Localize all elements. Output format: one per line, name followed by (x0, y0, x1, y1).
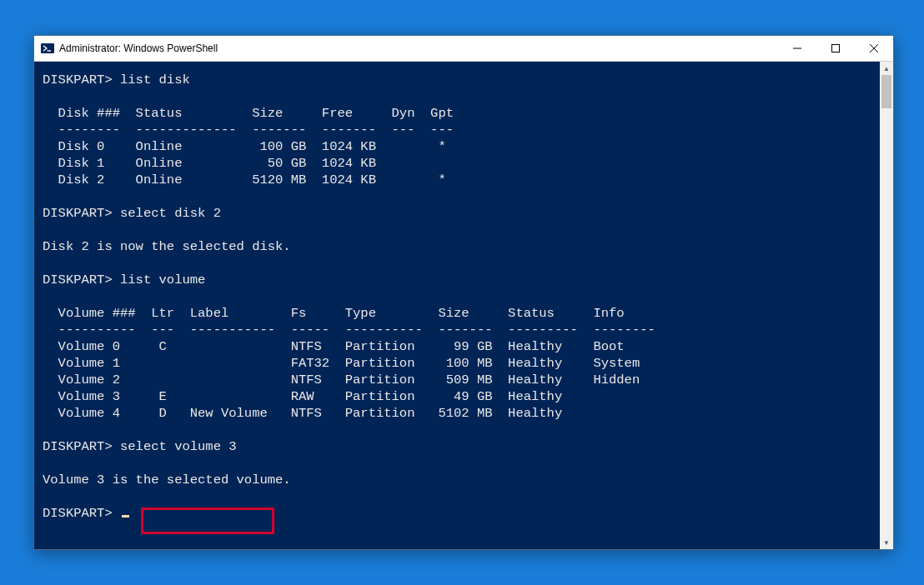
maximize-button[interactable] (816, 36, 855, 61)
titlebar: Administrator: Windows PowerShell (34, 36, 893, 62)
scrollbar[interactable]: ▲ ▼ (880, 62, 893, 549)
close-button[interactable] (855, 36, 893, 61)
minimize-button[interactable] (778, 36, 816, 61)
terminal-area: DISKPART> list disk Disk ### Status Size… (34, 62, 893, 549)
powershell-window: Administrator: Windows PowerShell DISKPA… (33, 35, 894, 550)
terminal[interactable]: DISKPART> list disk Disk ### Status Size… (34, 62, 880, 549)
scroll-down-button[interactable]: ▼ (880, 536, 893, 549)
prompt: DISKPART> (43, 506, 120, 521)
cursor (122, 515, 129, 518)
svg-rect-3 (832, 45, 840, 52)
powershell-icon (41, 42, 54, 55)
window-title: Administrator: Windows PowerShell (59, 42, 778, 54)
scroll-up-button[interactable]: ▲ (880, 62, 893, 75)
scroll-thumb[interactable] (881, 75, 891, 108)
window-controls (778, 36, 893, 61)
